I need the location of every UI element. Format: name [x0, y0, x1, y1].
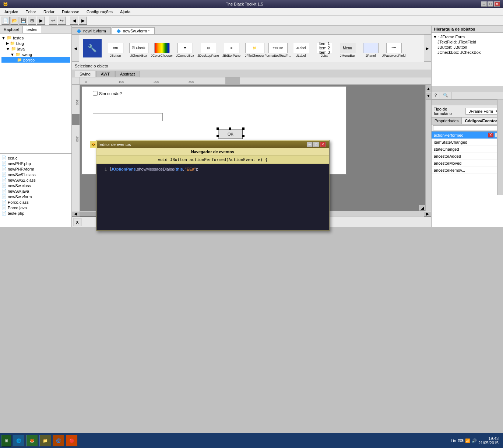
- tree-blog[interactable]: ▶ 📁 blog: [1, 41, 70, 46]
- palette-jfilechooser[interactable]: 📁 JFileChooser: [245, 43, 265, 57]
- palette-jcheckbox[interactable]: ☑ Check JCheckBox: [129, 43, 149, 57]
- hier-search-btn[interactable]: 🔍: [440, 92, 451, 99]
- palette-jlist[interactable]: Item 1Item 2Item 3 JList: [314, 43, 334, 57]
- tab-label: newSw.vform *: [123, 29, 150, 33]
- maximize-button[interactable]: □: [488, 1, 493, 7]
- dialog-minimize-btn[interactable]: ─: [307, 142, 313, 147]
- tab-propriedades[interactable]: Propriedades: [432, 118, 462, 124]
- event-actionperformed[interactable]: actionPerformed X ...: [432, 132, 503, 139]
- tab-newht[interactable]: 🔷 newHt.vform: [72, 27, 111, 34]
- user-tab-testes[interactable]: testes: [23, 26, 41, 33]
- hier-jtextfield[interactable]: JTextField: JTextField: [433, 39, 502, 45]
- tree-porrco[interactable]: 📁 porrco: [1, 57, 70, 63]
- file-newsw2[interactable]: 📄 newSw$2.class: [1, 177, 70, 183]
- menu-database[interactable]: Database: [59, 9, 82, 15]
- event-code-area[interactable]: 1 JOptionPane.showMessageDialog(this, "E…: [96, 164, 329, 230]
- code-this: this: [176, 167, 183, 171]
- palette-tab-awt[interactable]: AWT: [96, 71, 115, 77]
- tab-codigos-eventos[interactable]: Códigos/Eventos: [462, 118, 501, 124]
- file-newsw1[interactable]: 📄 newSw$1.class: [1, 172, 70, 177]
- right-vert-scrollbar[interactable]: [497, 99, 503, 195]
- tab-newsw[interactable]: 🔷 newSw.vform *: [112, 27, 155, 34]
- palette-jpanel[interactable]: JPanel: [360, 43, 381, 57]
- menu-editar[interactable]: Editar: [22, 9, 39, 15]
- x-button[interactable]: X: [73, 218, 81, 226]
- event-ancestormoved[interactable]: ancestorMoved: [432, 160, 503, 167]
- hier-jframe[interactable]: ▼ : JFrame Form: [433, 34, 502, 39]
- palette-next[interactable]: ▶: [424, 35, 431, 62]
- file-newphp-vform[interactable]: 📄 newPHP.vform: [1, 166, 70, 172]
- open-button[interactable]: 📂: [10, 17, 18, 25]
- event-itemstatechanged[interactable]: itemStateChanged: [432, 139, 503, 146]
- palette-jeditorpane[interactable]: ≡ JEditorPane: [221, 43, 242, 57]
- palette-tab-abstract[interactable]: Abstract: [115, 71, 140, 77]
- menu-configuracoes[interactable]: Configurações: [84, 9, 116, 15]
- scroll-thumb-h[interactable]: [79, 211, 98, 217]
- palette-jmenubar[interactable]: Menu JMenuBar: [337, 43, 358, 57]
- props-search-input[interactable]: [433, 125, 502, 130]
- scroll-down[interactable]: ▼: [426, 92, 431, 99]
- file-newsw-vform[interactable]: 📄 newSw.vform: [1, 194, 70, 199]
- user-tab-raphael[interactable]: Raphael: [0, 26, 23, 33]
- undo-button[interactable]: ↩: [49, 17, 57, 25]
- menu-arquivo[interactable]: Arquivo: [1, 9, 21, 15]
- scroll-left[interactable]: ◀: [72, 211, 79, 217]
- back-button[interactable]: ◀: [70, 17, 78, 25]
- event-x-btn[interactable]: X: [488, 133, 493, 137]
- vertical-scrollbar[interactable]: ▲ ▼: [425, 85, 431, 211]
- checkbox-input[interactable]: [93, 91, 98, 96]
- file-newsw-class[interactable]: 📄 newSw.class: [1, 183, 70, 188]
- file-porco-class[interactable]: 📄 Porco.class: [1, 199, 70, 205]
- form-ok-button[interactable]: OK: [218, 129, 243, 139]
- palette-jcombobox[interactable]: ▼ JComboBox: [175, 43, 195, 57]
- tree-swing[interactable]: ▼ 📁 swing: [1, 52, 70, 57]
- tree-java[interactable]: ▼ 📁 java: [1, 46, 70, 52]
- form-type-select[interactable]: JFrame Form JDialog JPanel Form JApplet …: [465, 108, 501, 115]
- file-newphp-php[interactable]: 📄 newPHP.php: [1, 161, 70, 166]
- palette-jlabel[interactable]: JLabel JLabel: [291, 43, 311, 57]
- hier-jcheckbox[interactable]: JCheckBox: JCheckBox: [433, 50, 502, 55]
- palette-tab-swing[interactable]: Swing: [75, 71, 95, 77]
- ruler-slider[interactable]: [225, 77, 240, 85]
- dialog-close-btn[interactable]: ✕: [320, 142, 326, 147]
- close-button[interactable]: ✕: [494, 1, 500, 7]
- palette-jcolorchooser[interactable]: JColorChooser: [152, 43, 172, 57]
- hier-help-btn[interactable]: ?: [432, 92, 440, 99]
- title-bar: 🐱 The Black Toolkit 1.5 ─ □ ✕: [0, 0, 503, 8]
- form-checkbox[interactable]: Sim ou não?: [93, 91, 122, 96]
- properties-list: actionPerformed X ... itemStateChanged s…: [432, 132, 503, 227]
- menu-rodar[interactable]: Rodar: [41, 9, 57, 15]
- scroll-right[interactable]: ▶: [424, 211, 431, 217]
- jmenubar-preview: Menu: [340, 43, 355, 53]
- file-newsw-java[interactable]: 📄 newSw.java: [1, 188, 70, 194]
- file-porco-java[interactable]: 📄 Porco.java: [1, 205, 70, 210]
- file-eca[interactable]: 📄 eca.c: [1, 155, 70, 161]
- palette-jbutton[interactable]: Btn JButton: [105, 43, 126, 57]
- hier-jbutton[interactable]: JButton: JButton: [433, 45, 502, 50]
- folder-icon: 📁: [10, 41, 15, 46]
- event-ancestorremoved[interactable]: ancestorRemov...: [432, 167, 503, 174]
- palette-formattedtextfield[interactable]: ###-## FormattedTextFi...: [268, 43, 288, 57]
- ruler-mark-0: 0: [85, 80, 87, 84]
- event-statechanged[interactable]: stateChanged: [432, 146, 503, 153]
- event-ancestoradded[interactable]: ancestorAdded: [432, 153, 503, 160]
- minimize-button[interactable]: ─: [481, 1, 487, 7]
- palette-jdesktoppane[interactable]: ⊞ JDesktopPane: [198, 43, 218, 57]
- dialog-maximize-btn[interactable]: □: [313, 142, 319, 147]
- save-button[interactable]: 💾: [19, 17, 27, 25]
- palette-prev[interactable]: ◀: [72, 35, 79, 62]
- new-button[interactable]: 📄: [1, 17, 10, 25]
- save-all-button[interactable]: ⊞: [28, 17, 36, 25]
- forward-button[interactable]: ▶: [79, 17, 87, 25]
- scroll-up[interactable]: ▲: [426, 85, 431, 92]
- redo-button[interactable]: ↪: [58, 17, 66, 25]
- jpanel-preview: [363, 43, 379, 53]
- palette-jpasswordfield[interactable]: •••• JPasswordField: [384, 43, 404, 57]
- form-textfield[interactable]: [93, 113, 163, 121]
- code-content[interactable]: JOptionPane.showMessageDialog(this, "EEa…: [110, 167, 326, 227]
- tree-testes[interactable]: ▼ 📁 testes: [1, 35, 70, 41]
- file-teste-php[interactable]: 📄 teste.php: [1, 210, 70, 216]
- menu-ajuda[interactable]: Ajuda: [117, 9, 133, 15]
- scroll-corner[interactable]: ◢: [419, 205, 425, 211]
- run-button[interactable]: ▶: [37, 17, 45, 25]
